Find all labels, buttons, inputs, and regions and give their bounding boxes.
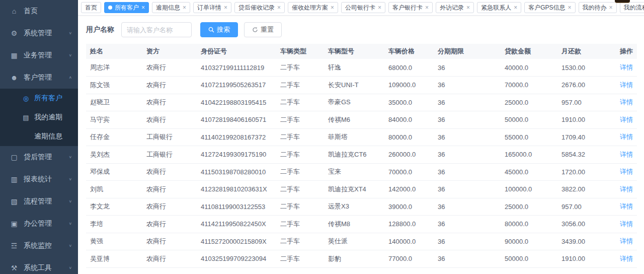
tab-9[interactable]: 紧急联系人× (477, 2, 521, 13)
close-icon[interactable]: × (224, 5, 227, 11)
cell-funder: 农商行 (142, 250, 197, 268)
close-icon[interactable]: × (514, 5, 517, 11)
cell-vehicle_type: 二手车 (276, 77, 324, 94)
tab-4[interactable]: 贷后催收记录× (234, 2, 285, 13)
report-icon: ▥ (10, 175, 18, 183)
detail-link[interactable]: 详情 (620, 220, 633, 228)
reset-button[interactable]: 重置 (244, 22, 282, 37)
tab-12[interactable]: 我的流程× (620, 2, 644, 13)
all-customers-icon: ◎ (22, 95, 30, 102)
sidebar-item-top-3[interactable]: ☻客户管理∧ (0, 66, 78, 89)
sidebar: ⌂首页⚙系统管理∨▦业务管理∨☻客户管理∧◎所有客户▤我的逾期逾期信息▢贷后管理… (0, 0, 78, 274)
tab-label: 首页 (85, 4, 97, 12)
detail-link[interactable]: 详情 (620, 133, 633, 141)
tab-0[interactable]: 首页 (81, 2, 101, 13)
cell-term: 36 (434, 198, 501, 216)
sidebar-item-bottom-4[interactable]: ☲系统监控∨ (0, 235, 78, 257)
detail-link[interactable]: 详情 (620, 116, 633, 123)
cell-model: 远景X3 (324, 198, 384, 216)
detail-link[interactable]: 详情 (620, 98, 633, 106)
table-row: 李文龙农商行411081199003122553二手车远景X339000.036… (86, 198, 637, 216)
detail-link[interactable]: 详情 (620, 63, 633, 71)
cell-model: 帝豪GS (324, 94, 384, 111)
sidebar-item-top-0[interactable]: ⌂首页 (0, 0, 78, 22)
cell-vehicle_type (276, 267, 324, 274)
close-icon[interactable]: × (277, 5, 281, 11)
detail-link[interactable]: 详情 (620, 151, 633, 158)
sidebar-item-bottom-0[interactable]: ▢贷后管理∨ (0, 146, 78, 168)
cell-action: 详情 (616, 250, 637, 268)
sidebar-item-bottom-1[interactable]: ▥报表统计∨ (0, 168, 78, 190)
chevron-down-icon: ∨ (68, 53, 72, 57)
submenu-item-2[interactable]: 逾期信息 (0, 127, 78, 146)
cell-price: 260000.0 (384, 146, 434, 164)
cell-monthly: 1910.00 (557, 250, 616, 268)
column-header: 车辆类型 (276, 44, 324, 59)
cell-price: 80000.0 (384, 128, 434, 146)
tab-3[interactable]: 订单详情× (193, 2, 231, 13)
cell-name: 刘凯 (86, 181, 142, 198)
table-row: 刘凯农商行41232819810203631X二手车凯迪拉克XT4142000.… (86, 181, 637, 198)
close-icon[interactable]: × (466, 5, 470, 11)
cell-price: 140000.0 (384, 233, 434, 250)
detail-link[interactable]: 详情 (620, 237, 633, 245)
sidebar-item-bottom-5[interactable]: ⚒系统工具∨ (0, 257, 78, 274)
detail-link[interactable]: 详情 (620, 185, 633, 193)
search-button[interactable]: 搜索 (200, 22, 238, 37)
tab-5[interactable]: 催收处理方案× (288, 2, 338, 13)
column-header: 姓名 (86, 44, 142, 59)
detail-link[interactable]: 详情 (620, 81, 633, 89)
column-header: 贷款金额 (501, 44, 557, 59)
close-icon[interactable]: × (378, 5, 381, 11)
cell-loan: 40000.0 (501, 59, 557, 77)
sidebar-item-bottom-3[interactable]: ▣办公管理∨ (0, 213, 78, 235)
cell-action: 详情 (616, 233, 637, 250)
search-icon (208, 27, 214, 33)
tab-1[interactable]: 所有客户× (104, 2, 149, 13)
close-icon[interactable]: × (141, 5, 145, 11)
detail-link[interactable]: 详情 (620, 255, 633, 262)
tab-8[interactable]: 外访记录× (436, 2, 474, 13)
close-icon[interactable]: × (568, 5, 571, 11)
column-header: 身份证号 (197, 44, 276, 59)
cell-price (384, 267, 434, 274)
tab-2[interactable]: 逾期信息× (152, 2, 190, 13)
cell-action: 详情 (616, 146, 637, 164)
cell-funder: 工商银行 (142, 146, 197, 164)
detail-link[interactable]: 详情 (620, 202, 633, 210)
close-icon[interactable]: × (425, 5, 429, 11)
submenu-item-0[interactable]: ◎所有客户 (0, 89, 78, 108)
close-icon[interactable]: × (609, 5, 613, 11)
cell-name (86, 267, 142, 274)
detail-link[interactable]: 详情 (620, 168, 633, 175)
submenu-item-1[interactable]: ▤我的逾期 (0, 108, 78, 127)
customer-name-input[interactable] (121, 22, 192, 37)
cell-action: 详情 (616, 111, 637, 129)
cell-action: 详情 (616, 216, 637, 233)
sidebar-item-top-1[interactable]: ⚙系统管理∨ (0, 22, 78, 44)
cell-funder: 农商行 (142, 181, 197, 198)
cell-monthly: 1720.00 (557, 163, 616, 181)
avatar[interactable] (615, 0, 630, 3)
gear-icon: ⚙ (10, 29, 18, 37)
cell-idcard: 411081199003122553 (197, 198, 276, 216)
chevron-down-icon: ∨ (68, 199, 72, 203)
cell-model: 传祺M8 (324, 216, 384, 233)
sidebar-item-bottom-2[interactable]: ▧流程管理∨ (0, 190, 78, 213)
cell-idcard: 411402199208167372 (197, 128, 276, 146)
sidebar-menu: ⌂首页⚙系统管理∨▦业务管理∨☻客户管理∧◎所有客户▤我的逾期逾期信息▢贷后管理… (0, 0, 78, 274)
close-icon[interactable]: × (331, 5, 334, 11)
cell-idcard: 41142119950822450X (197, 216, 276, 233)
refresh-icon (252, 27, 258, 33)
home-icon: ⌂ (10, 7, 18, 15)
column-header: 操作 (616, 44, 637, 59)
cell-monthly: 1530.00 (557, 59, 616, 77)
sidebar-item-top-2[interactable]: ▦业务管理∨ (0, 44, 78, 66)
close-icon[interactable]: × (183, 5, 186, 11)
tab-6[interactable]: 公司银行卡× (341, 2, 385, 13)
tab-10[interactable]: 客户GPS信息× (524, 2, 575, 13)
tab-11[interactable]: 我的待办× (579, 2, 617, 13)
tab-7[interactable]: 客户银行卡× (388, 2, 433, 13)
column-header: 车辆型号 (324, 44, 384, 59)
cell-vehicle_type: 二手车 (276, 59, 324, 77)
